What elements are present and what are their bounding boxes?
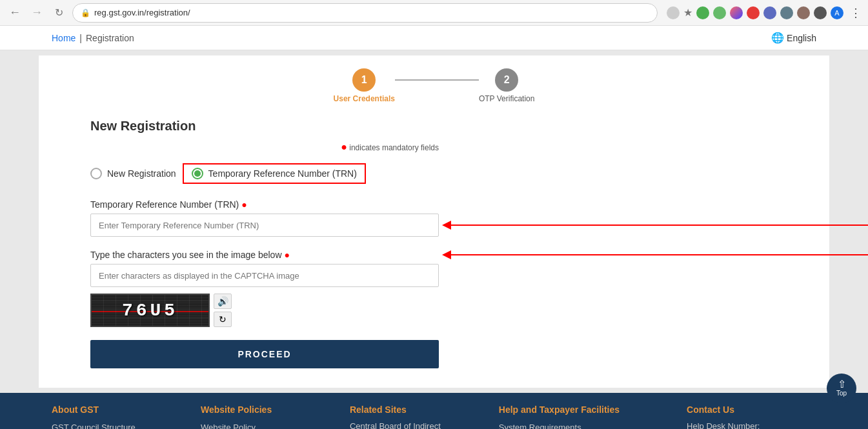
page-body: 1 User Credentials 2 OTP Verification Ne… [0, 50, 868, 393]
captcha-arrow-annotation [442, 250, 868, 259]
arrow-shaft-trn [451, 224, 868, 226]
footer-contact-title: Contact Us [687, 404, 816, 415]
language-label: English [787, 33, 816, 43]
ext-icon-9[interactable] [814, 6, 827, 19]
trn-arrow-annotation [442, 221, 868, 230]
scroll-top-arrow: ⇧ [838, 379, 846, 390]
step-connector [395, 79, 479, 81]
captcha-audio-button[interactable]: 🔊 [214, 294, 232, 309]
radio-option-trn[interactable]: Temporary Reference Number (TRN) [183, 163, 366, 184]
address-bar[interactable]: 🔒 reg.gst.gov.in/registration/ [72, 3, 658, 23]
captcha-image-row: 76U5 🔊 ↻ [90, 294, 778, 327]
ext-icon-6[interactable] [763, 6, 776, 19]
footer-help-title: Help and Taxpayer Facilities [499, 404, 667, 415]
language-selector[interactable]: 🌐 English [771, 32, 816, 44]
ext-icon-8[interactable] [797, 6, 810, 19]
footer-system-req[interactable]: System Requirements [499, 420, 667, 429]
footer-policies-title: Website Policies [201, 404, 330, 415]
captcha-controls: 🔊 ↻ [214, 294, 232, 327]
stepper: 1 User Credentials 2 OTP Verification [90, 68, 778, 103]
home-link[interactable]: Home [52, 33, 76, 43]
browser-extensions: ★ A ⋮ [667, 6, 862, 20]
step-2-circle: 2 [495, 68, 518, 92]
footer-cbic-line1: Central Board of Indirect [350, 420, 479, 429]
radio-group: New Registration Temporary Reference Num… [90, 163, 778, 184]
current-page: Registration [86, 33, 134, 43]
scroll-to-top-button[interactable]: ⇧ Top [827, 374, 856, 403]
footer-col-about: About GST GST Council Structure [52, 404, 181, 429]
footer-website-policy[interactable]: Website Policy [201, 420, 330, 429]
lock-icon: 🔒 [81, 8, 90, 17]
ext-icon-3[interactable] [713, 6, 726, 19]
captcha-refresh-button[interactable]: ↻ [214, 312, 232, 327]
mandatory-text: indicates mandatory fields [349, 143, 439, 152]
radio-label-trn: Temporary Reference Number (TRN) [208, 168, 357, 179]
arrow-head-trn [442, 221, 451, 230]
radio-button-trn[interactable] [192, 168, 203, 179]
footer-cbic-link[interactable]: Central Board of Indirect Taxes and Cust… [350, 420, 479, 429]
radio-dot-trn [194, 170, 201, 177]
footer-col-contact: Contact Us Help Desk Number: 1800-103-47… [687, 404, 816, 429]
ext-icon-7[interactable] [780, 6, 793, 19]
footer-about-title: About GST [52, 404, 181, 415]
ext-icon-1[interactable] [667, 6, 680, 19]
nav-back-button[interactable]: ← [6, 5, 23, 21]
proceed-button[interactable]: PROCEED [90, 340, 439, 368]
arrow-head-captcha [442, 250, 451, 259]
step-1-label: User Credentials [334, 94, 395, 103]
captcha-text: 76U5 [122, 301, 178, 321]
form-title: New Registration [90, 119, 778, 134]
menu-button[interactable]: ⋮ [850, 6, 862, 20]
site-nav: Home | Registration 🌐 English [0, 26, 868, 50]
breadcrumb: Home | Registration [52, 33, 134, 43]
nav-forward-button[interactable]: → [28, 5, 45, 21]
ext-icon-10[interactable]: A [831, 6, 843, 19]
captcha-required: ● [284, 250, 289, 260]
footer: About GST GST Council Structure Website … [0, 393, 868, 429]
main-card: 1 User Credentials 2 OTP Verification Ne… [39, 55, 829, 388]
radio-label-new-reg: New Registration [107, 168, 176, 179]
captcha-label-group: Type the characters you see in the image… [90, 250, 778, 260]
captcha-image: 76U5 [90, 294, 210, 327]
step-1: 1 User Credentials [334, 68, 395, 103]
trn-required: ● [241, 199, 247, 210]
breadcrumb-separator: | [79, 33, 82, 43]
arrow-shaft-captcha [451, 254, 868, 255]
footer-col-help: Help and Taxpayer Facilities System Requ… [499, 404, 667, 429]
footer-gst-council[interactable]: GST Council Structure [52, 420, 181, 429]
footer-col-related: Related Sites Central Board of Indirect … [350, 404, 479, 429]
trn-field-group: Temporary Reference Number (TRN) ● [90, 199, 778, 237]
globe-icon: 🌐 [771, 32, 784, 44]
step-2: 2 OTP Verification [479, 68, 534, 103]
mandatory-note: ● indicates mandatory fields [90, 141, 439, 153]
trn-input[interactable] [90, 214, 439, 237]
trn-label: Temporary Reference Number (TRN) ● [90, 199, 778, 210]
radio-button-new-reg[interactable] [90, 168, 102, 179]
captcha-input-group [90, 264, 778, 287]
footer-related-title: Related Sites [350, 404, 479, 415]
radio-option-new-reg[interactable]: New Registration [90, 168, 176, 179]
mandatory-dot: ● [341, 141, 347, 152]
ext-icon-5[interactable] [747, 6, 760, 19]
ext-icon-4[interactable] [730, 6, 743, 19]
step-1-circle: 1 [352, 68, 376, 92]
trn-input-row [90, 214, 778, 237]
nav-reload-button[interactable]: ↻ [50, 5, 67, 21]
star-icon[interactable]: ★ [683, 6, 692, 19]
ext-icon-2[interactable] [696, 6, 709, 19]
browser-chrome: ← → ↻ 🔒 reg.gst.gov.in/registration/ ★ A… [0, 0, 868, 26]
step-2-label: OTP Verification [479, 94, 534, 103]
captcha-input[interactable] [90, 264, 439, 287]
footer-col-policies: Website Policies Website Policy [201, 404, 330, 429]
footer-helpdesk-label: Help Desk Number: [687, 420, 816, 429]
url-text: reg.gst.gov.in/registration/ [94, 8, 190, 17]
scroll-top-label: Top [836, 390, 847, 397]
